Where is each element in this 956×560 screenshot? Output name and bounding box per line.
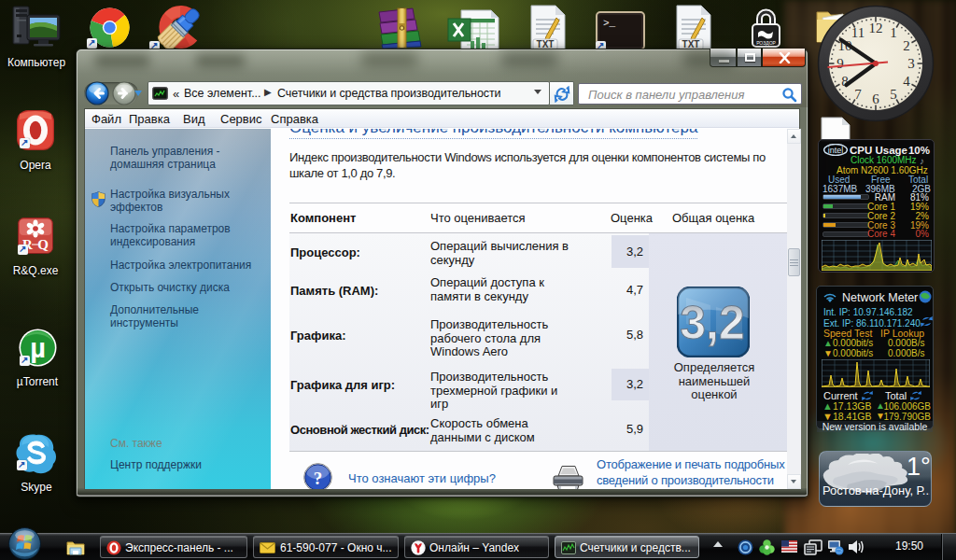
svg-text:?: ?: [314, 469, 323, 488]
svg-text:>_: >_: [603, 18, 616, 29]
svg-text:7: 7: [854, 87, 862, 102]
svg-text:12: 12: [869, 21, 883, 35]
svg-text:11: 11: [851, 25, 865, 40]
svg-text:6: 6: [872, 91, 879, 106]
svg-text:9: 9: [836, 56, 844, 71]
svg-text:3,2: 3,2: [680, 297, 745, 349]
svg-text:5: 5: [890, 87, 897, 102]
svg-text:3: 3: [907, 56, 915, 71]
svg-text:2: 2: [903, 38, 910, 53]
svg-text:РОЗДОР: РОЗДОР: [756, 40, 776, 46]
svg-text:4: 4: [903, 74, 910, 89]
svg-text:1: 1: [890, 25, 897, 40]
svg-text:µ: µ: [30, 333, 46, 363]
